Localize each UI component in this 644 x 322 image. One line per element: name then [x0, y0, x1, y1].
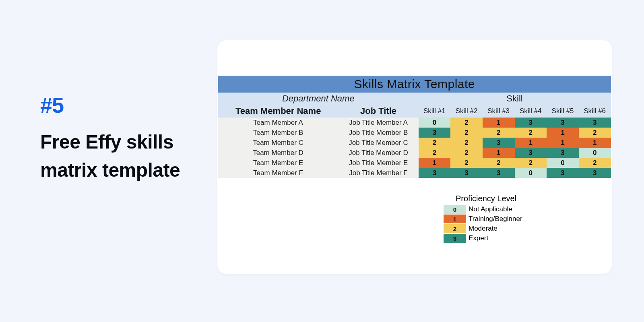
header-team-member: Team Member Name — [218, 105, 338, 118]
skill-cell: 2 — [515, 158, 547, 168]
skill-cell: 3 — [579, 118, 611, 128]
skill-cell: 2 — [450, 148, 483, 158]
matrix-banner: Skills Matrix Template — [218, 76, 611, 93]
legend-row: 3Expert — [444, 234, 611, 243]
column-header-row: Team Member Name Job Title Skill #1 Skil… — [218, 105, 611, 118]
skill-cell: 0 — [579, 148, 611, 158]
skill-cell: 3 — [547, 118, 579, 128]
legend-label: Expert — [469, 234, 488, 242]
member-name-cell: Team Member A — [218, 118, 338, 128]
left-panel: #5 Free Effy skills matrix template — [40, 40, 209, 184]
table-row: Team Member CJob Title Member C223111 — [218, 138, 611, 148]
skill-cell: 2 — [450, 138, 483, 148]
skill-cell: 1 — [483, 118, 515, 128]
legend-title: Proficiency Level — [456, 194, 611, 203]
legend-label: Moderate — [469, 225, 497, 233]
skill-cell: 3 — [547, 168, 579, 178]
header-skill-1: Skill #1 — [419, 105, 451, 118]
skill-cell: 0 — [419, 118, 451, 128]
skill-cell: 0 — [547, 158, 579, 168]
legend-swatch: 3 — [444, 234, 466, 243]
table-row: Team Member AJob Title Member A021333 — [218, 118, 611, 128]
skills-matrix-table: Skills Matrix Template Department Name S… — [218, 76, 611, 178]
job-title-cell: Job Title Member C — [338, 138, 418, 148]
legend-swatch: 0 — [444, 205, 466, 214]
header-skill-3: Skill #3 — [483, 105, 515, 118]
skill-cell: 3 — [483, 168, 515, 178]
table-row: Team Member BJob Title Member B322212 — [218, 128, 611, 138]
header-job-title: Job Title — [338, 105, 418, 118]
member-name-cell: Team Member D — [218, 148, 338, 158]
skill-cell: 1 — [547, 138, 579, 148]
member-name-cell: Team Member E — [218, 158, 338, 168]
skill-cell: 1 — [515, 138, 547, 148]
skill-cell: 2 — [450, 128, 483, 138]
legend-swatch: 1 — [444, 215, 466, 223]
header-skill-2: Skill #2 — [450, 105, 483, 118]
member-name-cell: Team Member B — [218, 128, 338, 138]
job-title-cell: Job Title Member D — [338, 148, 418, 158]
skill-cell: 3 — [419, 168, 451, 178]
legend-row: 1Training/Beginner — [444, 215, 611, 223]
skill-cell: 1 — [547, 128, 579, 138]
member-name-cell: Team Member F — [218, 168, 338, 178]
skill-cell: 3 — [450, 168, 483, 178]
table-row: Team Member EJob Title Member E122202 — [218, 158, 611, 168]
job-title-cell: Job Title Member A — [338, 118, 418, 128]
header-skill-5: Skill #5 — [547, 105, 579, 118]
skill-cell: 3 — [419, 128, 451, 138]
proficiency-legend: Proficiency Level 0Not Applicable1Traini… — [444, 194, 611, 243]
skill-cell: 2 — [483, 158, 515, 168]
skill-cell: 1 — [419, 158, 451, 168]
member-name-cell: Team Member C — [218, 138, 338, 148]
header-skill-4: Skill #4 — [515, 105, 547, 118]
header-skill-6: Skill #6 — [579, 105, 611, 118]
skill-cell: 2 — [450, 118, 483, 128]
legend-row: 0Not Applicable — [444, 205, 611, 214]
skill-group-header: Skill — [419, 93, 611, 105]
skill-cell: 3 — [515, 118, 547, 128]
template-preview-card: Skills Matrix Template Department Name S… — [217, 40, 612, 274]
skill-cell: 3 — [515, 148, 547, 158]
job-title-cell: Job Title Member E — [338, 158, 418, 168]
skill-cell: 2 — [450, 158, 483, 168]
table-row: Team Member FJob Title Member F333033 — [218, 168, 611, 178]
template-number: #5 — [40, 93, 209, 118]
legend-label: Not Applicable — [469, 205, 512, 213]
department-group-header: Department Name — [218, 93, 419, 105]
skill-cell: 3 — [579, 168, 611, 178]
legend-row: 2Moderate — [444, 224, 611, 233]
table-row: Team Member DJob Title Member D221330 — [218, 148, 611, 158]
skill-cell: 1 — [579, 138, 611, 148]
skill-cell: 2 — [419, 148, 451, 158]
job-title-cell: Job Title Member B — [338, 128, 418, 138]
skill-cell: 2 — [515, 128, 547, 138]
legend-swatch: 2 — [444, 224, 466, 233]
legend-label: Training/Beginner — [469, 215, 522, 223]
skill-cell: 3 — [547, 148, 579, 158]
matrix-body: Team Member AJob Title Member A021333Tea… — [218, 118, 611, 178]
job-title-cell: Job Title Member F — [338, 168, 418, 178]
skill-cell: 2 — [579, 128, 611, 138]
skill-cell: 0 — [515, 168, 547, 178]
template-title: Free Effy skills matrix template — [40, 128, 209, 184]
skill-cell: 1 — [483, 148, 515, 158]
skill-cell: 3 — [483, 138, 515, 148]
skill-cell: 2 — [419, 138, 451, 148]
skill-cell: 2 — [579, 158, 611, 168]
skill-cell: 2 — [483, 128, 515, 138]
